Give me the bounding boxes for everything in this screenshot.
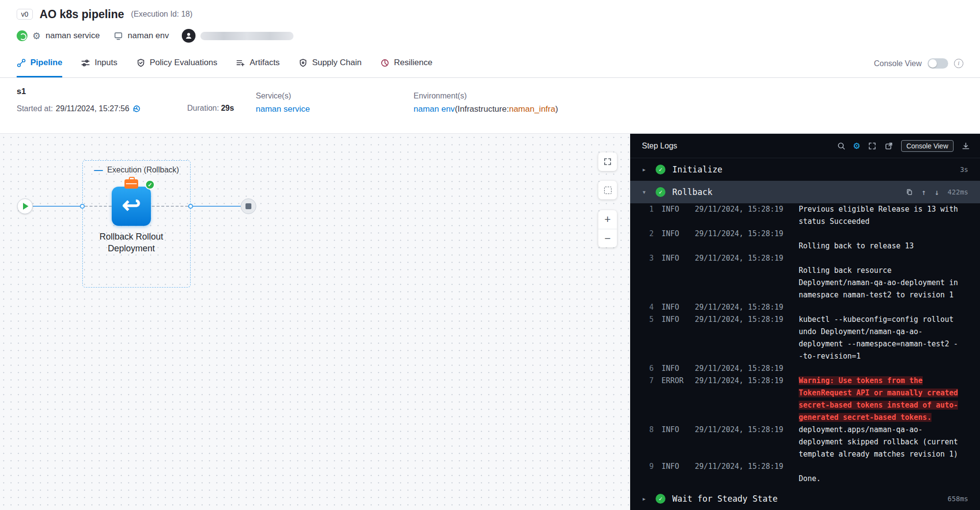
rollback-arrow-icon: ↩ bbox=[122, 194, 141, 216]
canvas-select-button[interactable] bbox=[598, 181, 617, 199]
infrastructure-link[interactable]: naman_infra bbox=[509, 104, 556, 114]
infrastructure-suffix: ) bbox=[555, 104, 558, 114]
pipeline-canvas[interactable]: — Execution (Rollback) ↩ ✓ Rollback Roll… bbox=[0, 134, 630, 510]
log-message: kubectl --kubeconfig=config rolloutundo … bbox=[799, 314, 970, 363]
edge-start-to-group bbox=[33, 206, 82, 207]
supply-chain-shield-icon bbox=[298, 58, 308, 68]
environment-link[interactable]: naman env bbox=[414, 104, 455, 114]
log-section-rollback[interactable]: ▾ ✓ Rollback ↑ ↓ 422ms bbox=[630, 181, 980, 203]
section-duration: 658ms bbox=[948, 495, 968, 503]
section-duration: 3s bbox=[960, 166, 968, 173]
expand-icon bbox=[603, 157, 612, 166]
started-at-label: Started at: bbox=[17, 104, 53, 113]
tab-supply-chain[interactable]: Supply Chain bbox=[298, 49, 362, 77]
search-icon[interactable] bbox=[837, 142, 846, 150]
avatar bbox=[182, 29, 196, 43]
step-success-badge: ✓ bbox=[145, 180, 155, 190]
info-icon[interactable]: i bbox=[954, 59, 963, 68]
log-message: Rolling back resourceDeployment/naman-qa… bbox=[799, 252, 970, 301]
log-section-initialize[interactable]: ▸ ✓ Initialize 3s bbox=[630, 158, 980, 181]
scroll-up-icon[interactable]: ↑ bbox=[922, 188, 927, 197]
success-check-icon: ✓ bbox=[656, 494, 665, 504]
console-view-toggle[interactable] bbox=[928, 58, 948, 69]
zoom-in-button[interactable]: + bbox=[598, 210, 617, 229]
tab-inputs[interactable]: Inputs bbox=[81, 49, 117, 77]
artifacts-list-plus-icon bbox=[236, 58, 245, 68]
pipeline-start-node[interactable] bbox=[17, 198, 33, 214]
chevron-right-icon: ▸ bbox=[642, 494, 649, 503]
pipeline-icon bbox=[17, 58, 26, 68]
page-title: AO k8s pipeline bbox=[40, 8, 124, 21]
step-logs-title: Step Logs bbox=[642, 142, 677, 150]
download-logs-icon[interactable] bbox=[961, 142, 970, 150]
console-view-control: Console View i bbox=[874, 49, 963, 77]
rollback-step-node[interactable]: ↩ bbox=[112, 187, 151, 226]
step-label-line2: Deployment bbox=[82, 243, 180, 254]
step-label: Rollback Rollout Deployment bbox=[82, 231, 180, 254]
section-name: Wait for Steady State bbox=[672, 494, 778, 504]
tab-label: Supply Chain bbox=[312, 58, 362, 68]
log-line: 9INFO29/11/2024, 15:28:19Done. bbox=[630, 461, 980, 485]
duration-value: 29s bbox=[221, 104, 234, 112]
tab-pipeline[interactable]: Pipeline bbox=[17, 49, 62, 77]
collapse-group-icon[interactable]: — bbox=[94, 166, 103, 174]
pipeline-end-node bbox=[241, 198, 256, 214]
step-label-line1: Rollback Rollout bbox=[82, 231, 180, 243]
header: v0 AO k8s pipeline (Execution Id: 18) ⚙ … bbox=[0, 0, 980, 49]
group-right-port bbox=[188, 204, 193, 209]
scroll-down-icon[interactable]: ↓ bbox=[934, 188, 939, 197]
log-line: 2INFO29/11/2024, 15:28:19Rolling back to… bbox=[630, 228, 980, 252]
service-link[interactable]: naman service bbox=[256, 104, 310, 114]
tab-resilience[interactable]: Resilience bbox=[380, 49, 432, 77]
success-check-icon: ✓ bbox=[656, 187, 665, 197]
open-in-new-icon[interactable] bbox=[884, 142, 893, 150]
version-badge: v0 bbox=[17, 9, 33, 20]
success-check-icon: ✓ bbox=[656, 165, 665, 174]
stage-identity: s1 Started at: 29/11/2024, 15:27:56 bbox=[17, 87, 187, 133]
history-icon[interactable] bbox=[132, 104, 141, 113]
section-name: Initialize bbox=[672, 165, 722, 174]
tab-label: Policy Evaluations bbox=[150, 58, 218, 68]
services-block: Service(s) naman service bbox=[256, 87, 414, 133]
log-message: deployment.apps/naman-qa-ao-deployment s… bbox=[799, 424, 970, 461]
tab-artifacts[interactable]: Artifacts bbox=[236, 49, 279, 77]
log-line: 7ERROR29/11/2024, 15:28:19Warning: Use t… bbox=[630, 375, 980, 424]
log-line: 6INFO29/11/2024, 15:28:19 bbox=[630, 363, 980, 375]
log-section-wait-for-steady-state[interactable]: ▸ ✓ Wait for Steady State 658ms bbox=[630, 487, 980, 510]
step-logs-panel: Step Logs ⚙ Console View ▸ ✓ bbox=[630, 134, 980, 510]
edge-group-to-end bbox=[193, 206, 241, 207]
log-message-error: Warning: Use tokens from theTokenRequest… bbox=[799, 375, 970, 424]
console-view-label: Console View bbox=[874, 59, 922, 68]
cd-module-icon bbox=[17, 30, 27, 41]
duration-label: Duration: bbox=[187, 104, 219, 112]
log-fullscreen-icon[interactable] bbox=[868, 142, 877, 150]
execution-meta-row: ⚙ naman service naman env bbox=[17, 27, 980, 44]
console-view-button[interactable]: Console View bbox=[901, 140, 954, 152]
tab-policy-evaluations[interactable]: Policy Evaluations bbox=[136, 49, 218, 77]
copy-logs-icon[interactable] bbox=[906, 188, 913, 196]
zoom-out-button[interactable]: − bbox=[598, 229, 617, 247]
stage-summary-bar: s1 Started at: 29/11/2024, 15:27:56 Dura… bbox=[0, 78, 980, 134]
gear-icon: ⚙ bbox=[32, 31, 41, 41]
resilience-chaos-icon bbox=[380, 58, 390, 68]
log-settings-gear-icon[interactable]: ⚙ bbox=[854, 141, 860, 151]
step-logs-header: Step Logs ⚙ Console View bbox=[630, 134, 980, 158]
canvas-fullscreen-button[interactable] bbox=[598, 152, 617, 171]
infrastructure-prefix: (Infrastructure: bbox=[455, 104, 509, 114]
log-line: 1INFO29/11/2024, 15:28:19Previous eligib… bbox=[630, 203, 980, 228]
log-lines[interactable]: 1INFO29/11/2024, 15:28:19Previous eligib… bbox=[630, 203, 980, 487]
redacted-user-text bbox=[200, 32, 294, 40]
tab-label: Inputs bbox=[95, 58, 117, 68]
section-duration: 422ms bbox=[948, 188, 968, 196]
stage-name[interactable]: s1 bbox=[17, 87, 187, 97]
environment-name[interactable]: naman env bbox=[128, 31, 169, 41]
group-label: Execution (Rollback) bbox=[107, 166, 179, 174]
main-area: — Execution (Rollback) ↩ ✓ Rollback Roll… bbox=[0, 134, 980, 510]
duration-block: Duration:29s bbox=[187, 87, 256, 133]
log-message: Previous eligible Release is 13 withstat… bbox=[799, 203, 970, 228]
play-icon bbox=[23, 203, 28, 210]
section-name: Rollback bbox=[672, 187, 712, 197]
services-label: Service(s) bbox=[256, 92, 414, 100]
stop-icon bbox=[245, 203, 251, 209]
service-name[interactable]: naman service bbox=[46, 31, 100, 41]
